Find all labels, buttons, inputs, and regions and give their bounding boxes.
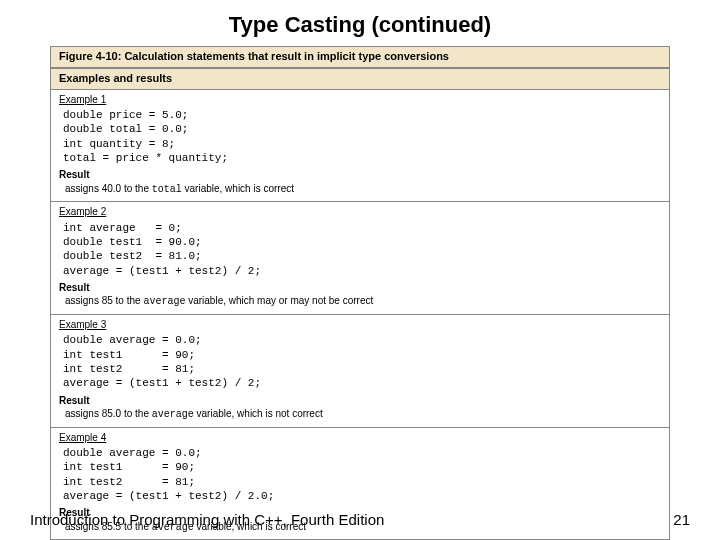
result-label: Result — [59, 169, 661, 182]
example-block: Example 1 double price = 5.0; double tot… — [51, 90, 669, 203]
example-label: Example 2 — [59, 206, 661, 219]
figure-caption: Figure 4-10: Calculation statements that… — [51, 47, 669, 68]
slide-title: Type Casting (continued) — [30, 12, 690, 38]
example-code: int average = 0; double test1 = 90.0; do… — [63, 221, 661, 278]
result-suffix: variable, which may or may not be correc… — [185, 295, 373, 306]
result-text: assigns 85.0 to the average variable, wh… — [65, 408, 661, 422]
footer-text: Introduction to Programming with C++, Fo… — [30, 511, 384, 528]
result-label: Result — [59, 395, 661, 408]
example-block: Example 3 double average = 0.0; int test… — [51, 315, 669, 428]
example-code: double average = 0.0; int test1 = 90; in… — [63, 446, 661, 503]
result-var: total — [152, 184, 182, 195]
section-header: Examples and results — [51, 68, 669, 90]
result-label: Result — [59, 282, 661, 295]
example-label: Example 1 — [59, 94, 661, 107]
result-var: average — [152, 409, 194, 420]
example-code: double price = 5.0; double total = 0.0; … — [63, 108, 661, 165]
result-suffix: variable, which is not correct — [194, 408, 323, 419]
result-text: assigns 85 to the average variable, whic… — [65, 295, 661, 309]
slide-footer: Introduction to Programming with C++, Fo… — [30, 511, 690, 528]
result-suffix: variable, which is correct — [182, 183, 294, 194]
result-prefix: assigns 40.0 to the — [65, 183, 152, 194]
example-label: Example 4 — [59, 432, 661, 445]
example-label: Example 3 — [59, 319, 661, 332]
example-code: double average = 0.0; int test1 = 90; in… — [63, 333, 661, 390]
example-block: Example 2 int average = 0; double test1 … — [51, 202, 669, 315]
result-text: assigns 40.0 to the total variable, whic… — [65, 183, 661, 197]
result-prefix: assigns 85.0 to the — [65, 408, 152, 419]
figure-box: Figure 4-10: Calculation statements that… — [50, 46, 670, 540]
page-number: 21 — [673, 511, 690, 528]
result-var: average — [143, 296, 185, 307]
result-prefix: assigns 85 to the — [65, 295, 143, 306]
